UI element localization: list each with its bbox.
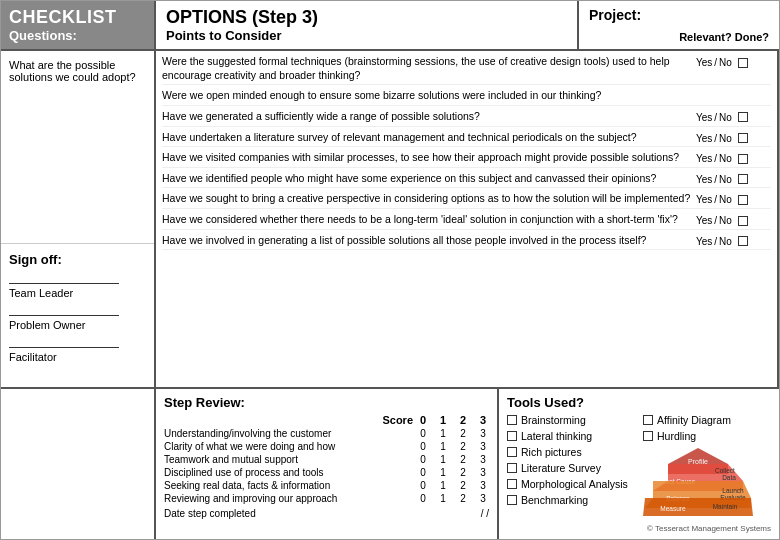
checkbox[interactable] xyxy=(738,195,748,205)
sidebar: What are the possible solutions we could… xyxy=(1,51,156,387)
score-num: 1 xyxy=(437,428,449,439)
svg-text:Measure: Measure xyxy=(660,505,686,512)
score-row: Seeking real data, facts & information01… xyxy=(164,480,489,491)
checkbox[interactable] xyxy=(738,174,748,184)
checklist-answers: Yes / No xyxy=(696,234,771,247)
score-num: 3 xyxy=(477,441,489,452)
tool-item: Brainstorming xyxy=(507,414,635,426)
page: CHECKLIST Questions: OPTIONS (Step 3) Po… xyxy=(0,0,780,540)
checklist-row: Have we sought to bring a creative persp… xyxy=(162,192,771,209)
checkbox[interactable] xyxy=(738,133,748,143)
tool-label: Benchmarking xyxy=(521,494,588,506)
tool-checkbox[interactable] xyxy=(507,447,517,457)
tool-checkbox[interactable] xyxy=(643,431,653,441)
step-review: Step Review: Score0123 Understanding/inv… xyxy=(156,389,499,539)
score-num: 2 xyxy=(457,467,469,478)
score-row-label: Disciplined use of process and tools xyxy=(164,467,417,478)
checkbox[interactable] xyxy=(738,154,748,164)
signoff-title: Sign off: xyxy=(9,252,146,267)
score-row: Understanding/involving the customer0123 xyxy=(164,428,489,439)
score-row: Clarity of what we were doing and how012… xyxy=(164,441,489,452)
tool-checkbox[interactable] xyxy=(507,463,517,473)
checkbox[interactable] xyxy=(738,236,748,246)
score-num: 3 xyxy=(477,493,489,504)
tool-item: Hurdling xyxy=(643,430,771,442)
svg-text:Data: Data xyxy=(722,474,736,481)
tool-label: Lateral thinking xyxy=(521,430,592,442)
score-num: 0 xyxy=(417,428,429,439)
yes-label: Yes xyxy=(696,153,712,164)
score-row: Teamwork and mutual support0123 xyxy=(164,454,489,465)
score-num: 0 xyxy=(417,454,429,465)
checklist-answers: Yes / No xyxy=(696,172,771,185)
slash-divider: / xyxy=(714,194,717,205)
checklist-answers xyxy=(696,89,771,91)
score-header-num: 1 xyxy=(437,414,449,426)
checklist-row: Have undertaken a literature survey of r… xyxy=(162,131,771,148)
score-row-nums: 0123 xyxy=(417,493,489,504)
score-row-nums: 0123 xyxy=(417,467,489,478)
score-num: 3 xyxy=(477,467,489,478)
signoff-team-leader: Team Leader xyxy=(9,283,146,299)
tool-checkbox[interactable] xyxy=(507,495,517,505)
sidebar-signoff: Sign off: Team Leader Problem Owner Faci… xyxy=(1,244,154,387)
score-row-label: Understanding/involving the customer xyxy=(164,428,417,439)
step-review-title: Step Review: xyxy=(164,395,489,410)
yes-label: Yes xyxy=(696,194,712,205)
checklist-items: Were the suggested formal techniques (br… xyxy=(156,51,777,387)
slash-divider: / xyxy=(714,153,717,164)
bottom-section: Step Review: Score0123 Understanding/inv… xyxy=(1,387,779,539)
checklist-answers: Yes / No xyxy=(696,110,771,123)
tool-label: Morphological Analysis xyxy=(521,478,628,490)
questions-label: Questions: xyxy=(9,28,146,43)
tool-checkbox[interactable] xyxy=(507,479,517,489)
score-num: 3 xyxy=(477,454,489,465)
checklist-answers: Yes / No xyxy=(696,213,771,226)
score-row-nums: 0123 xyxy=(417,428,489,439)
yes-label: Yes xyxy=(696,236,712,247)
score-row-nums: 0123 xyxy=(417,480,489,491)
slash-divider: / xyxy=(714,112,717,123)
copyright: © Tesseract Management Systems xyxy=(507,524,771,533)
checklist-row: Were the suggested formal techniques (br… xyxy=(162,55,771,85)
tool-checkbox[interactable] xyxy=(507,415,517,425)
tools-title: Tools Used? xyxy=(507,395,771,410)
checkbox[interactable] xyxy=(738,58,748,68)
score-row-nums: 0123 xyxy=(417,454,489,465)
score-num: 3 xyxy=(477,428,489,439)
tool-checkbox[interactable] xyxy=(643,415,653,425)
score-header-num: 2 xyxy=(457,414,469,426)
checklist-row: Were we open minded enough to ensure som… xyxy=(162,89,771,106)
svg-text:Profile: Profile xyxy=(688,458,708,465)
checklist-text: Have we visited companies with similar p… xyxy=(162,151,696,165)
checklist-text: Were we open minded enough to ensure som… xyxy=(162,89,696,103)
tool-item: Morphological Analysis xyxy=(507,478,635,490)
checkbox[interactable] xyxy=(738,216,748,226)
slash-divider: / xyxy=(714,215,717,226)
score-nums-header: 0123 xyxy=(417,414,489,426)
checklist-answers: Yes / No xyxy=(696,131,771,144)
checklist-text: Have we identified people who might have… xyxy=(162,172,696,186)
score-num: 2 xyxy=(457,428,469,439)
checklist-row: Have we considered whether there needs t… xyxy=(162,213,771,230)
problem-owner-label: Problem Owner xyxy=(9,319,146,331)
tool-checkbox[interactable] xyxy=(507,431,517,441)
header-center: OPTIONS (Step 3) Points to Consider xyxy=(156,1,579,49)
tool-item: Affinity Diagram xyxy=(643,414,771,426)
yes-label: Yes xyxy=(696,57,712,68)
checklist-text: Were the suggested formal techniques (br… xyxy=(162,55,696,82)
signoff-facilitator: Facilitator xyxy=(9,347,146,363)
no-label: No xyxy=(719,174,732,185)
facilitator-label: Facilitator xyxy=(9,351,146,363)
yes-label: Yes xyxy=(696,215,712,226)
tool-item: Literature Survey xyxy=(507,462,635,474)
tools-col1: BrainstormingLateral thinkingRich pictur… xyxy=(507,414,635,520)
checklist-row: Have we visited companies with similar p… xyxy=(162,151,771,168)
tool-item: Lateral thinking xyxy=(507,430,635,442)
score-num: 1 xyxy=(437,480,449,491)
tool-label: Brainstorming xyxy=(521,414,586,426)
score-header-num: 0 xyxy=(417,414,429,426)
checkbox[interactable] xyxy=(738,112,748,122)
slash-divider: / xyxy=(714,133,717,144)
points-label: Points to Consider xyxy=(166,28,567,43)
